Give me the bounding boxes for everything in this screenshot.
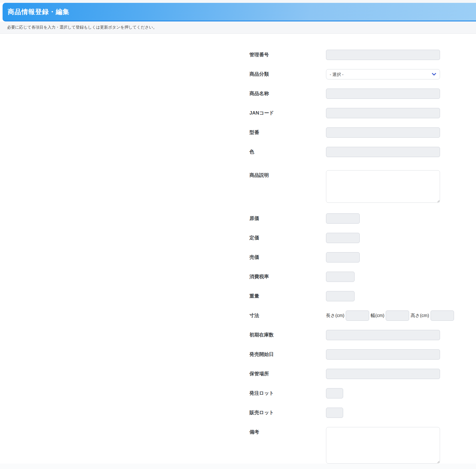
cost-price-label: 原価 <box>249 213 326 224</box>
storage-location-input[interactable] <box>326 369 440 379</box>
product-name-label: 商品名称 <box>249 89 326 99</box>
order-lot-label: 発注ロット <box>249 388 326 398</box>
dimensions-label: 寸法 <box>249 310 326 321</box>
form-row-cost-price: 原価 <box>249 213 476 224</box>
width-input[interactable] <box>386 310 409 321</box>
release-date-label: 発売開始日 <box>249 349 326 360</box>
instruction-bar: 必要に応じて各項目を入力・選択して登録もしくは更新ボタンを押してください。 <box>0 21 476 34</box>
tax-rate-label: 消費税率 <box>249 272 326 282</box>
product-form: 管理番号 商品分類 - 選択 - 商品名称 JANコード 型番 色 商品説明 <box>0 34 476 464</box>
form-row-weight: 重量 <box>249 291 476 301</box>
admin-no-label: 管理番号 <box>249 50 326 60</box>
form-row-description: 商品説明 <box>249 170 476 203</box>
selling-price-input[interactable] <box>326 252 360 262</box>
admin-no-input[interactable] <box>326 50 440 60</box>
color-input[interactable] <box>326 147 440 157</box>
tax-rate-input[interactable] <box>326 272 355 282</box>
cost-price-input[interactable] <box>326 213 360 224</box>
form-row-initial-stock: 初期在庫数 <box>249 330 476 340</box>
model-no-input[interactable] <box>326 127 440 138</box>
length-label: 長さ(cm) <box>326 310 344 321</box>
category-label: 商品分類 <box>249 69 326 79</box>
page-title: 商品情報登録・編集 <box>3 7 69 16</box>
remarks-textarea[interactable] <box>326 427 440 464</box>
sales-lot-input[interactable] <box>326 408 343 418</box>
initial-stock-label: 初期在庫数 <box>249 330 326 340</box>
form-row-category: 商品分類 - 選択 - <box>249 69 476 79</box>
form-row-product-name: 商品名称 <box>249 89 476 99</box>
product-name-input[interactable] <box>326 89 440 99</box>
jan-code-input[interactable] <box>326 108 440 118</box>
form-row-order-lot: 発注ロット <box>249 388 476 398</box>
dimensions-controls: 長さ(cm) 幅(cm) 高さ(cm) <box>326 310 454 321</box>
form-row-tax-rate: 消費税率 <box>249 272 476 282</box>
category-select-wrap: - 選択 - <box>326 69 440 79</box>
sales-lot-label: 販売ロット <box>249 408 326 418</box>
color-label: 色 <box>249 147 326 157</box>
page-bottom-margin <box>0 464 476 469</box>
form-row-list-price: 定価 <box>249 233 476 243</box>
release-date-input[interactable] <box>326 349 440 360</box>
page-top-margin <box>0 0 476 3</box>
form-row-sales-lot: 販売ロット <box>249 408 476 418</box>
instruction-text: 必要に応じて各項目を入力・選択して登録もしくは更新ボタンを押してください。 <box>0 25 157 30</box>
order-lot-input[interactable] <box>326 388 343 398</box>
category-select[interactable]: - 選択 - <box>326 69 440 79</box>
form-row-dimensions: 寸法 長さ(cm) 幅(cm) 高さ(cm) <box>249 310 476 321</box>
list-price-input[interactable] <box>326 233 360 243</box>
form-row-storage-location: 保管場所 <box>249 369 476 379</box>
weight-label: 重量 <box>249 291 326 301</box>
list-price-label: 定価 <box>249 233 326 243</box>
height-input[interactable] <box>431 310 454 321</box>
height-label: 高さ(cm) <box>411 310 429 321</box>
description-label: 商品説明 <box>249 170 326 181</box>
length-input[interactable] <box>346 310 369 321</box>
weight-input[interactable] <box>326 291 355 301</box>
storage-location-label: 保管場所 <box>249 369 326 379</box>
form-row-release-date: 発売開始日 <box>249 349 476 360</box>
jan-code-label: JANコード <box>249 108 326 118</box>
form-row-jan-code: JANコード <box>249 108 476 118</box>
form-row-model-no: 型番 <box>249 127 476 138</box>
form-row-remarks: 備考 <box>249 427 476 464</box>
description-textarea[interactable] <box>326 170 440 203</box>
model-no-label: 型番 <box>249 127 326 138</box>
selling-price-label: 売価 <box>249 252 326 262</box>
remarks-label: 備考 <box>249 427 326 437</box>
page-header: 商品情報登録・編集 <box>3 3 476 21</box>
initial-stock-input[interactable] <box>326 330 440 340</box>
form-row-admin-no: 管理番号 <box>249 50 476 60</box>
form-row-selling-price: 売価 <box>249 252 476 262</box>
width-label: 幅(cm) <box>371 310 384 321</box>
form-row-color: 色 <box>249 147 476 157</box>
